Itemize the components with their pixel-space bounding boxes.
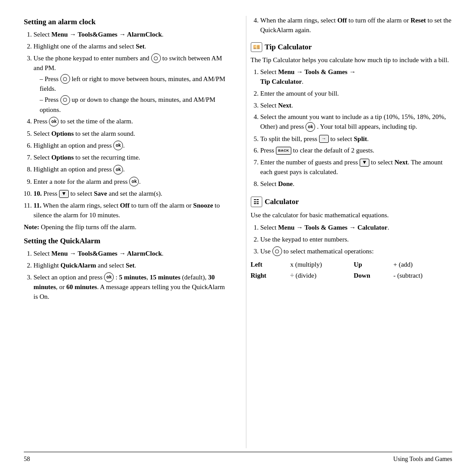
ops-down-label: Down: [354, 270, 394, 281]
tip-calculator-section: 💴 Tip Calculator The Tip Calculator help…: [251, 42, 453, 189]
calculator-desc: Use the calculator for basic mathematica…: [251, 211, 453, 220]
ops-up-value: + (add): [393, 259, 452, 270]
tip-step-6: Press BACK to clear the default of 2 gue…: [260, 146, 453, 156]
nav-circle-inner: [154, 56, 158, 60]
page-number: 58: [24, 456, 30, 463]
alarm-title: Setting an alarm clock: [24, 18, 226, 26]
calc-step-3: Use to select mathematical operations:: [260, 247, 453, 257]
page: Setting an alarm clock Select Menu → Too…: [0, 0, 476, 476]
calculator-steps: Select Menu → Tools & Games → Calculator…: [251, 223, 453, 257]
tip-step-8: Select Done.: [260, 179, 453, 189]
alarm-step-3: Use the phone keypad to enter numbers an…: [33, 54, 226, 115]
alarm-step-7: Select Options to set the recurring time…: [33, 153, 226, 163]
quickalarm-steps: Select Menu → Tools&Games → AlarmClock. …: [24, 249, 226, 302]
ok-button-icon: ok: [113, 165, 123, 175]
quickalarm-step4: When the alarm rings, select Off to turn…: [251, 16, 453, 35]
footer: 58 Using Tools and Games: [24, 452, 452, 463]
ok-button-icon: ok: [104, 272, 114, 282]
alarm-section: Setting an alarm clock Select Menu → Too…: [24, 18, 226, 232]
save-button-icon: ▼: [360, 159, 369, 167]
calculator-label: Calculator: [265, 197, 299, 206]
ops-row-2: Right ÷ (divide) Down - (subtract): [251, 270, 453, 281]
quickalarm-step4-list: When the alarm rings, select Off to turn…: [251, 16, 453, 35]
two-column-layout: Setting an alarm clock Select Menu → Too…: [24, 16, 452, 448]
alarm-step-5: Select Options to set the alarm sound.: [33, 129, 226, 139]
quickalarm-title: Setting the QuickAlarm: [24, 237, 226, 245]
tip-step-7: Enter the number of guests and press ▼ t…: [260, 158, 453, 177]
operations-table: Left x (multiply) Up + (add) Right ÷ (di…: [251, 259, 453, 281]
quickalarm-step-1: Select Menu → Tools&Games → AlarmClock.: [33, 249, 226, 259]
nav-circle-icon: [272, 246, 282, 256]
alarm-note: Note: Opening the flip turns off the ala…: [24, 223, 226, 232]
tip-calculator-title: 💴 Tip Calculator: [251, 42, 453, 52]
alarm-step-1: Select Menu → Tools&Games → AlarmClock.: [33, 30, 226, 40]
nav-circle-icon: [151, 53, 161, 63]
alarm-step-9: Enter a note for the alarm and press ok.: [33, 177, 226, 187]
tip-calculator-label: Tip Calculator: [265, 43, 312, 52]
tip-step-3: Select Next.: [260, 101, 453, 111]
quickalarm-section: Setting the QuickAlarm Select Menu → Too…: [24, 237, 226, 302]
nav-circle-inner: [63, 98, 67, 102]
ops-right-value: ÷ (divide): [290, 270, 353, 281]
tip-step-1: Select Menu → Tools & Games →Tip Calcula…: [260, 67, 453, 87]
ops-up-label: Up: [354, 259, 394, 270]
back-button-icon: BACK: [276, 147, 291, 155]
calculator-title: ☷ Calculator: [251, 197, 453, 207]
calculator-section: ☷ Calculator Use the calculator for basi…: [251, 197, 453, 281]
ops-left-label: Left: [251, 259, 290, 270]
nav-circle-inner: [275, 249, 279, 253]
alarm-substep-1: Press left or right to move between hour…: [40, 74, 226, 94]
tip-steps: Select Menu → Tools & Games →Tip Calcula…: [251, 67, 453, 189]
ops-down-value: - (subtract): [393, 270, 452, 281]
tip-step-2: Enter the amount of your bill.: [260, 89, 453, 99]
save-button-icon: ▼: [59, 190, 69, 198]
ops-row-1: Left x (multiply) Up + (add): [251, 259, 453, 270]
nav-circle-icon: [60, 95, 70, 105]
alarm-step-6: Highlight an option and press ok.: [33, 141, 226, 151]
alarm-substep-2: Press up or down to change the hours, mi…: [40, 95, 226, 115]
alarm-step-11: 11. When the alarm rings, select Off to …: [33, 201, 226, 220]
tip-step-4: Select the amount you want to include as…: [260, 112, 453, 132]
footer-section-label: Using Tools and Games: [393, 456, 452, 463]
ok-button-icon: ok: [113, 141, 123, 150]
right-column: When the alarm rings, select Off to turn…: [246, 16, 453, 448]
ok-button-icon: ok: [129, 177, 139, 186]
ok-button-icon: ok: [305, 122, 315, 132]
alarm-step-4: Press ok to set the time of the alarm.: [33, 117, 226, 127]
ops-right-label: Right: [251, 270, 290, 281]
alarm-step-8: Highlight an option and press ok.: [33, 165, 226, 175]
quickalarm-step-2: Highlight QuickAlarm and select Set.: [33, 261, 226, 271]
ops-left-value: x (multiply): [290, 259, 353, 270]
quickalarm-step4-item: When the alarm rings, select Off to turn…: [260, 16, 453, 35]
calc-step-2: Use the keypad to enter numbers.: [260, 235, 453, 245]
tip-calculator-icon: 💴: [251, 42, 262, 52]
alarm-step-2: Highlight one of the alarms and select S…: [33, 42, 226, 52]
tip-calculator-desc: The Tip Calculator helps you calculate h…: [251, 56, 453, 65]
nav-circle-inner: [63, 77, 67, 81]
tip-step-5: To split the bill, press → to select Spl…: [260, 134, 453, 144]
left-column: Setting an alarm clock Select Menu → Too…: [24, 16, 230, 448]
alarm-step-10: 10. Press ▼ to select Save and set the a…: [33, 189, 226, 199]
nav-circle-icon: [60, 74, 70, 84]
calculator-icon: ☷: [251, 197, 262, 207]
right-arrow-icon: →: [319, 135, 329, 143]
quickalarm-step-3: Select an option and press ok : 5 minute…: [33, 273, 226, 302]
alarm-steps: Select Menu → Tools&Games → AlarmClock. …: [24, 30, 226, 220]
ok-button-icon: ok: [49, 117, 59, 126]
calc-step-1: Select Menu → Tools & Games → Calculator…: [260, 223, 453, 233]
alarm-substeps: Press left or right to move between hour…: [33, 74, 226, 115]
